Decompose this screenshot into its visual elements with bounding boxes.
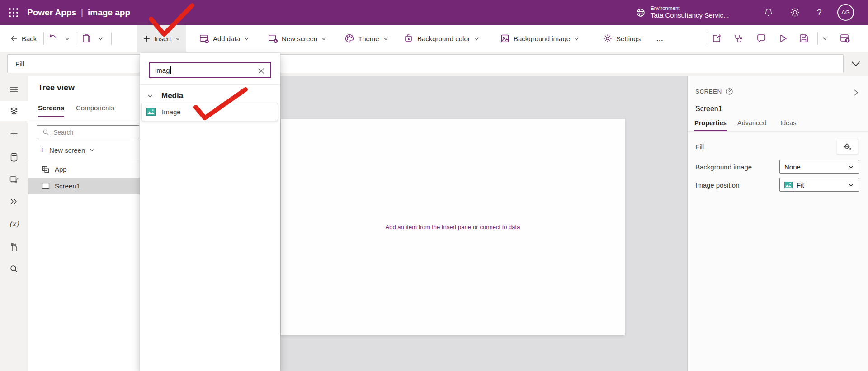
chevron-down-icon <box>474 36 480 42</box>
control-type-label: SCREEN <box>695 88 722 95</box>
chevron-down-icon <box>848 164 854 170</box>
add-data-button[interactable]: Add data <box>199 25 250 52</box>
power-automate-icon[interactable] <box>0 192 28 211</box>
command-bar: Back Insert Add data New screen Theme Ba… <box>0 25 868 52</box>
background-color-label: Background color <box>417 35 470 42</box>
formula-expand-chevron[interactable] <box>850 58 862 70</box>
clipboard-icon <box>81 33 91 43</box>
environment-name: Tata Consultancy Servic... <box>651 11 729 20</box>
tab-components[interactable]: Components <box>76 104 114 117</box>
image-position-select[interactable]: Fit <box>779 178 859 192</box>
insert-search-input[interactable]: imag <box>149 62 271 78</box>
gear-icon <box>603 33 613 43</box>
save-icon <box>798 33 809 44</box>
tree-view-panel: Tree view Screens Components Search + Ne… <box>28 76 140 371</box>
data-sources-icon[interactable] <box>0 147 28 167</box>
tab-properties[interactable]: Properties <box>694 119 727 131</box>
divider <box>111 32 112 45</box>
connect-to-data-link[interactable]: connect to data <box>480 224 520 230</box>
media-section-header[interactable]: Media <box>140 89 280 103</box>
plus-icon: + <box>40 145 45 155</box>
tab-ideas[interactable]: Ideas <box>780 119 796 130</box>
background-image-button[interactable]: Background image <box>500 25 580 52</box>
hint-or-text: or <box>473 224 478 230</box>
share-icon <box>712 33 722 44</box>
divider <box>707 32 707 45</box>
tree-item-label: Screen1 <box>55 182 80 190</box>
app-checker-button[interactable] <box>733 25 744 52</box>
divider <box>28 160 140 160</box>
media-icon[interactable] <box>0 170 28 190</box>
fill-color-picker-button[interactable] <box>837 139 858 154</box>
notifications-bell-icon[interactable] <box>759 0 778 25</box>
undo-icon <box>48 33 58 43</box>
paste-button[interactable] <box>81 25 91 52</box>
tab-advanced[interactable]: Advanced <box>737 119 767 130</box>
hamburger-icon[interactable] <box>0 80 28 99</box>
insert-image-item[interactable]: Image <box>141 103 278 121</box>
new-screen-button[interactable]: New screen <box>268 25 327 52</box>
tree-item-label: App <box>55 165 67 173</box>
publish-icon <box>839 33 851 44</box>
background-image-property-label: Background image <box>695 163 752 171</box>
formula-input[interactable]: Fill <box>7 54 844 73</box>
clear-search-icon[interactable] <box>257 66 266 75</box>
back-label: Back <box>22 35 37 42</box>
screen1-design-surface[interactable]: Add an item from the Insert paneorconnec… <box>281 119 625 335</box>
help-icon[interactable]: ? <box>809 0 829 25</box>
settings-gear-icon[interactable] <box>785 0 805 25</box>
tree-search-input[interactable]: Search <box>37 125 139 139</box>
properties-panel: SCREEN Screen1 Properties Advanced Ideas… <box>687 76 868 371</box>
fill-property-label: Fill <box>695 143 704 150</box>
collapse-panel-chevron-right-icon[interactable] <box>852 89 860 97</box>
insert-flyout: imag Media Image <box>140 53 280 371</box>
media-section-label: Media <box>161 91 183 100</box>
chevron-down-icon <box>848 182 854 188</box>
share-button[interactable] <box>712 25 722 52</box>
theme-button[interactable]: Theme <box>344 25 389 52</box>
undo-menu-chevron[interactable] <box>64 25 70 52</box>
publish-button[interactable] <box>839 25 851 52</box>
paint-bucket-icon <box>843 142 852 151</box>
tree-item-screen1[interactable]: Screen1 <box>28 178 140 194</box>
settings-button[interactable]: Settings <box>603 25 641 52</box>
insert-pane-link[interactable]: Add an item from the Insert pane <box>386 224 471 230</box>
paint-bucket-icon <box>404 33 414 43</box>
image-thumbnail-icon <box>784 182 793 188</box>
help-circle-icon[interactable] <box>726 88 733 95</box>
tree-item-app[interactable]: App <box>28 161 140 178</box>
insert-rail-icon[interactable] <box>0 124 28 144</box>
tree-view-icon[interactable] <box>0 101 28 121</box>
app-icon <box>42 165 50 174</box>
search-icon <box>42 129 49 136</box>
back-button[interactable]: Back <box>10 25 37 52</box>
advanced-tools-icon[interactable] <box>0 237 28 257</box>
comments-button[interactable] <box>756 25 767 52</box>
waffle-icon[interactable] <box>5 4 23 22</box>
preview-play-button[interactable] <box>778 25 788 52</box>
divider <box>28 122 140 122</box>
background-color-button[interactable]: Background color <box>404 25 480 52</box>
app-name: image app <box>88 8 130 18</box>
background-image-select[interactable]: None <box>779 160 859 174</box>
save-button[interactable] <box>798 25 809 52</box>
undo-button[interactable] <box>48 25 58 52</box>
avatar[interactable]: AG <box>837 4 854 21</box>
new-screen-dropdown[interactable]: + New screen <box>28 142 140 158</box>
chevron-down-icon <box>383 36 389 42</box>
paste-menu-chevron[interactable] <box>98 25 104 52</box>
add-data-icon <box>199 33 209 44</box>
tree-view-title: Tree view <box>38 83 75 93</box>
environment-picker[interactable]: Environment Tata Consultancy Servic... <box>635 0 729 25</box>
divider <box>140 84 280 85</box>
insert-label: Insert <box>154 35 171 42</box>
chevron-down-icon <box>175 36 181 42</box>
more-commands-button[interactable]: ... <box>656 25 664 52</box>
insert-button[interactable]: Insert <box>137 25 186 52</box>
tab-screens[interactable]: Screens <box>38 104 64 117</box>
search-rail-icon[interactable] <box>0 259 28 279</box>
variables-icon[interactable]: (x) <box>0 214 28 234</box>
save-menu-chevron[interactable] <box>822 25 828 52</box>
chevron-down-icon <box>244 36 250 42</box>
formula-property-value: Fill <box>15 60 24 68</box>
